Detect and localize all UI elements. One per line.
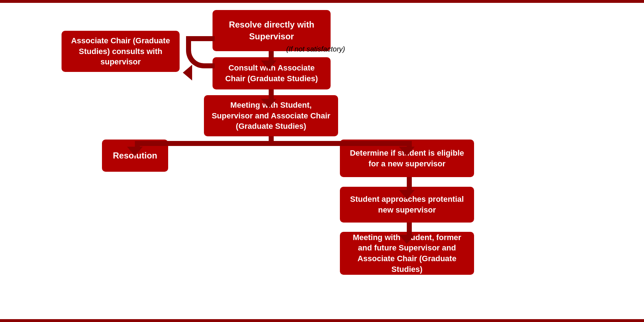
arrow-determine-student-shaft xyxy=(407,177,412,191)
associate-chair-box: Associate Chair (Graduate Studies) consu… xyxy=(62,31,180,72)
arrow-consult-meeting-head xyxy=(261,99,277,108)
curved-back-arrow xyxy=(186,36,215,68)
arrow-resolve-consult-head xyxy=(261,60,277,70)
arrow-student-final-shaft xyxy=(407,223,412,235)
arrow-consult-meeting-shaft xyxy=(269,89,274,99)
right-branch-horizontal xyxy=(269,141,412,146)
arrow-student-final-head xyxy=(399,235,415,244)
curved-arrow-head xyxy=(183,65,192,80)
arrow-determine-student-head xyxy=(399,190,415,199)
if-not-satisfactory-label: (If not satisfactory) xyxy=(286,45,345,53)
left-branch-horizontal xyxy=(135,141,274,146)
determine-arrow-head xyxy=(399,147,415,156)
arrow-resolve-consult-shaft xyxy=(269,51,274,61)
flowchart: Resolve directly with Supervisor Associa… xyxy=(0,3,644,319)
resolution-arrow-head xyxy=(127,147,143,156)
